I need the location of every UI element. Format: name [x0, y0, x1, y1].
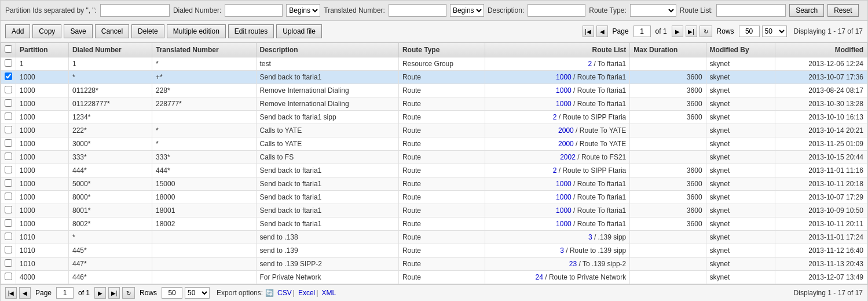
partition-cell: 1000: [16, 217, 69, 231]
partition-header[interactable]: Partition: [16, 43, 69, 57]
route-list-id-link[interactable]: 2: [588, 60, 592, 68]
route-list-id-link[interactable]: 23: [569, 260, 577, 268]
row-checkbox[interactable]: [5, 113, 12, 120]
route-list-cell: 2000 / Route To YATE: [485, 124, 629, 137]
refresh-button[interactable]: ↻: [699, 26, 712, 37]
select-all-header[interactable]: [1, 43, 16, 57]
bottom-rows-select[interactable]: 50 25 100: [185, 287, 210, 299]
translated-number-label: Translated Number:: [324, 6, 385, 14]
route-list-header[interactable]: Route List: [485, 43, 629, 57]
rows-select[interactable]: 50 25 100: [762, 26, 787, 37]
row-checkbox[interactable]: [5, 153, 12, 160]
row-checkbox[interactable]: [5, 99, 12, 107]
edit-routes-button[interactable]: Edit routes: [228, 24, 274, 38]
select-all-checkbox[interactable]: [5, 45, 12, 53]
bottom-last-page-button[interactable]: ▶|: [108, 287, 120, 299]
row-checkbox[interactable]: [5, 126, 12, 133]
cancel-button[interactable]: Cancel: [95, 24, 129, 38]
dialed-number-cell: 8001*: [68, 204, 152, 217]
route-list-id-link[interactable]: 1000: [556, 100, 572, 108]
dialed-begins-select[interactable]: Begins: [286, 4, 320, 17]
delete-button[interactable]: Delete: [131, 24, 164, 38]
next-page-button[interactable]: ▶: [672, 26, 683, 37]
route-list-id-link[interactable]: 24: [536, 273, 543, 281]
dialed-number-input[interactable]: [225, 4, 283, 17]
multiple-edition-button[interactable]: Multiple edition: [167, 24, 226, 38]
row-checkbox[interactable]: [5, 59, 12, 67]
modified-cell: 2013-11-01 11:16: [775, 164, 867, 177]
route-list-id-link[interactable]: 3: [560, 246, 564, 255]
prev-page-button[interactable]: ◀: [596, 26, 608, 37]
bottom-refresh-button[interactable]: ↻: [122, 287, 135, 299]
max-duration-header[interactable]: Max Duration: [630, 43, 706, 57]
route-list-id-link[interactable]: 1000: [556, 220, 572, 228]
excel-export-link[interactable]: Excel: [298, 289, 315, 297]
row-checkbox[interactable]: [5, 179, 12, 187]
first-page-button[interactable]: |◀: [583, 26, 594, 37]
bottom-next-page-button[interactable]: ▶: [94, 287, 106, 299]
row-checkbox[interactable]: [5, 86, 12, 93]
translated-number-cell: *: [152, 57, 256, 71]
copy-button[interactable]: Copy: [32, 24, 61, 38]
row-checkbox[interactable]: [5, 219, 12, 227]
search-button[interactable]: Search: [789, 4, 824, 17]
modified-by-header[interactable]: Modified By: [706, 43, 775, 57]
of-label: of 1: [655, 27, 667, 35]
route-type-select[interactable]: [630, 4, 676, 17]
page-input[interactable]: [633, 26, 651, 37]
route-list-id-link[interactable]: 2000: [558, 140, 574, 148]
row-checkbox[interactable]: [5, 259, 12, 267]
row-checkbox[interactable]: [5, 246, 12, 253]
column-headers: Partition Dialed Number Translated Numbe…: [1, 43, 867, 57]
max-duration-cell: [630, 231, 706, 244]
route-list-input[interactable]: [716, 4, 786, 17]
modified-by-cell: skynet: [706, 204, 775, 217]
translated-number-header[interactable]: Translated Number: [152, 43, 256, 57]
modified-header[interactable]: Modified: [775, 43, 867, 57]
partition-input[interactable]: [100, 4, 170, 17]
route-list-cell: 2 / Route to SIPP Ftaria: [485, 111, 629, 124]
bottom-page-input[interactable]: [56, 287, 74, 299]
translated-number-input[interactable]: [389, 4, 446, 17]
row-checkbox[interactable]: [5, 233, 12, 240]
route-list-id-link[interactable]: 1000: [556, 206, 572, 215]
route-list-id-link[interactable]: 2000: [558, 126, 574, 135]
route-list-id-link[interactable]: 3: [588, 233, 592, 241]
route-type-header[interactable]: Route Type: [398, 43, 485, 57]
route-list-id-link[interactable]: 2: [553, 113, 557, 121]
row-checkbox[interactable]: [5, 139, 12, 147]
row-checkbox[interactable]: [5, 193, 12, 200]
row-checkbox[interactable]: [5, 166, 12, 173]
route-type-cell: Route: [398, 137, 485, 151]
row-checkbox[interactable]: [5, 72, 12, 80]
route-list-cell: 2 / Route to SIPP Ftaria: [485, 164, 629, 177]
bottom-first-page-button[interactable]: |◀: [5, 287, 17, 299]
route-list-id-link[interactable]: 1000: [556, 73, 572, 81]
row-checkbox[interactable]: [5, 206, 12, 213]
dialed-number-header[interactable]: Dialed Number: [68, 43, 152, 57]
row-checkbox[interactable]: [5, 273, 12, 280]
reset-button[interactable]: Reset: [827, 4, 858, 17]
table-row: 1000444*444*Send back to ftaria1Route2 /…: [1, 164, 867, 177]
xml-export-link[interactable]: XML: [321, 289, 336, 297]
save-button[interactable]: Save: [64, 24, 92, 38]
description-cell: test: [256, 57, 398, 71]
route-list-id-link[interactable]: 2002: [560, 153, 576, 161]
max-duration-cell: 3600: [630, 191, 706, 204]
route-list-id-link[interactable]: 2: [553, 166, 557, 175]
route-list-id-link[interactable]: 1000: [556, 180, 572, 188]
last-page-button[interactable]: ▶|: [686, 26, 697, 37]
bottom-rows-input[interactable]: [162, 287, 182, 299]
description-input[interactable]: [528, 4, 585, 17]
rows-input[interactable]: [739, 26, 760, 37]
route-list-id-link[interactable]: 1000: [556, 193, 572, 201]
route-list-id-link[interactable]: 1000: [556, 86, 572, 95]
csv-export-link[interactable]: CSV: [277, 289, 292, 297]
table-row: 1000011228777*228777*Remove Internationa…: [1, 97, 867, 111]
upload-file-button[interactable]: Upload file: [276, 24, 322, 38]
add-button[interactable]: Add: [5, 24, 30, 38]
bottom-prev-page-button[interactable]: ◀: [19, 287, 31, 299]
modified-by-cell: skynet: [706, 137, 775, 151]
translated-begins-select[interactable]: Begins: [450, 4, 484, 17]
description-header[interactable]: Description: [256, 43, 398, 57]
